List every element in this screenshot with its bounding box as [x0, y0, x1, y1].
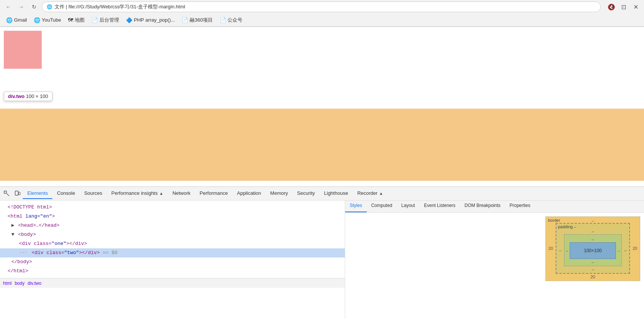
rong360-icon: 📄	[182, 17, 188, 23]
styles-subtabs: Styles Computed Layout Event Listeners D…	[345, 201, 644, 213]
backend-icon: 📄	[91, 17, 98, 23]
tab-security-label: Security	[297, 190, 315, 196]
tooltip-class: div.two	[8, 93, 25, 99]
body-tag: <body>	[18, 232, 36, 237]
html-line-div-two[interactable]: ··· <div class="two"></div> == $0	[0, 248, 345, 257]
element-tooltip: div.two 100 × 100	[4, 92, 52, 101]
device-toggle-button[interactable]	[12, 188, 23, 199]
bm-padding-middle: – 100×100 –	[564, 242, 621, 259]
bm-border-box: padding – – –	[556, 223, 630, 274]
bm-padding-left: –	[564, 242, 570, 259]
styles-panel: Styles Computed Layout Event Listeners D…	[345, 201, 644, 319]
nav-refresh-button[interactable]: ↻	[29, 2, 39, 12]
svg-rect-2	[19, 192, 20, 195]
bookmark-youtube-label: YouTube	[42, 17, 61, 23]
html-tree-container: <!DOCTYPE html> <html lang="en"> ▶ <head…	[0, 201, 345, 319]
body-close-tag: </body>	[11, 259, 32, 265]
body-triangle: ▼	[11, 232, 14, 237]
tab-performance-insights[interactable]: Performance insights ▲	[107, 188, 168, 199]
tab-application-label: Application	[237, 190, 261, 196]
html-lang-attr: lang=	[25, 213, 40, 219]
address-bar[interactable]: 🌐 文件 | file:///G:/Study/Web/css学习/31-盒子模…	[42, 2, 601, 12]
bm-border-top-val: –	[592, 229, 594, 234]
svg-rect-0	[4, 191, 6, 193]
tab-security[interactable]: Security	[292, 188, 319, 199]
tab-console[interactable]: Console	[52, 188, 80, 199]
bm-padding-right: –	[616, 242, 621, 259]
html-close-tag: </html>	[8, 268, 28, 274]
recorder-badge: ▲	[379, 191, 383, 196]
box-model-diagram: border – 20 padding –	[545, 216, 640, 281]
html-line-html[interactable]: <html lang="en">	[0, 212, 345, 221]
tab-application[interactable]: Application	[232, 188, 266, 199]
html-line-html-close[interactable]: </html>	[0, 267, 345, 276]
nav-back-button[interactable]: ←	[3, 2, 14, 12]
bm-margin-bottom-val: 20	[591, 275, 595, 279]
html-tree-panel[interactable]: <!DOCTYPE html> <html lang="en"> ▶ <head…	[0, 201, 345, 278]
padding-label: padding –	[558, 224, 576, 229]
screenshot-button[interactable]: ⊡	[618, 2, 629, 12]
tab-elements-label: Elements	[27, 190, 48, 196]
html-open-tag: <html	[8, 213, 22, 219]
tab-sources-label: Sources	[84, 190, 102, 196]
php-icon: 🔷	[126, 17, 132, 23]
html-line-doctype[interactable]: <!DOCTYPE html>	[0, 203, 345, 212]
tab-network-label: Network	[173, 190, 191, 196]
tab-network[interactable]: Network	[168, 188, 195, 199]
bm-border-bottom-row: –	[556, 266, 629, 273]
bm-border-right: –	[622, 234, 629, 266]
bm-margin-left: 20	[546, 223, 556, 274]
breadcrumb-html[interactable]: html	[3, 281, 12, 286]
wechat-icon: 📄	[220, 17, 226, 23]
tab-sources[interactable]: Sources	[80, 188, 107, 199]
html-line-div-one[interactable]: <div class="one"></div>	[0, 239, 345, 248]
maps-icon: 🗺	[68, 17, 73, 23]
title-bar: ← → ↻ 🌐 文件 | file:///G:/Study/Web/css学习/…	[0, 0, 644, 14]
bm-content-size: 100×100	[584, 248, 602, 253]
tab-recorder[interactable]: Recorder ▲	[353, 188, 388, 199]
devtools-tab-bar: Elements Console Sources Performance ins…	[0, 187, 644, 201]
bookmark-wechat-label: 公众号	[228, 17, 242, 24]
bookmark-youtube[interactable]: 🌐 YouTube	[31, 16, 64, 24]
bookmark-backend[interactable]: 📄 后台管理	[88, 16, 122, 25]
bookmark-php[interactable]: 🔷 PHP array_pop()...	[123, 16, 178, 24]
mute-button[interactable]: 🔇	[606, 2, 617, 12]
styles-tab-label: Styles	[350, 203, 362, 208]
event-listeners-tab-label: Event Listeners	[424, 203, 456, 208]
tab-elements[interactable]: Elements	[23, 188, 52, 199]
html-line-body[interactable]: ▼ <body>	[0, 230, 345, 239]
youtube-icon: 🌐	[34, 17, 40, 23]
inspect-element-button[interactable]	[2, 188, 12, 199]
bookmark-maps[interactable]: 🗺 地图	[65, 16, 88, 25]
bookmark-wechat[interactable]: 📄 公众号	[217, 16, 245, 25]
tab-performance-label: Performance	[199, 190, 228, 196]
box-model-area: border – 20 padding –	[345, 213, 644, 319]
bm-middle-row: 20 padding – – –	[546, 223, 640, 274]
styles-tab-computed[interactable]: Computed	[367, 201, 397, 212]
close-button[interactable]: ✕	[630, 2, 641, 12]
styles-tab-styles[interactable]: Styles	[345, 201, 367, 212]
html-line-head[interactable]: ▶ <head>…</head>	[0, 221, 345, 230]
layout-tab-label: Layout	[401, 203, 415, 208]
tab-lighthouse-label: Lighthouse	[324, 190, 348, 196]
styles-tab-event-listeners[interactable]: Event Listeners	[419, 201, 460, 212]
breadcrumb-body[interactable]: body	[15, 281, 25, 286]
tab-performance-insights-label: Performance insights	[112, 190, 158, 196]
dom0-indicator: == $0	[103, 250, 118, 256]
bm-border-middle: – – –	[556, 234, 629, 266]
tab-memory[interactable]: Memory	[265, 188, 292, 199]
tab-lighthouse[interactable]: Lighthouse	[319, 188, 353, 199]
tab-performance[interactable]: Performance	[195, 188, 232, 199]
nav-forward-button[interactable]: →	[16, 2, 27, 12]
bookmark-backend-label: 后台管理	[99, 17, 119, 24]
bookmark-rong360[interactable]: 📄 融360项目	[179, 16, 216, 25]
address-text: 文件 | file:///G:/Study/Web/css学习/31-盒子模型-…	[55, 3, 185, 10]
lock-icon: 🌐	[47, 4, 52, 9]
styles-tab-layout[interactable]: Layout	[397, 201, 419, 212]
styles-tab-properties[interactable]: Properties	[505, 201, 535, 212]
html-line-body-close[interactable]: </body>	[0, 257, 345, 267]
breadcrumb-div-two[interactable]: div.two	[28, 281, 41, 286]
bookmark-gmail[interactable]: 🌐 Gmail	[3, 16, 30, 24]
head-tag: <head>…</head>	[18, 223, 60, 228]
styles-tab-dom-breakpoints[interactable]: DOM Breakpoints	[460, 201, 505, 212]
